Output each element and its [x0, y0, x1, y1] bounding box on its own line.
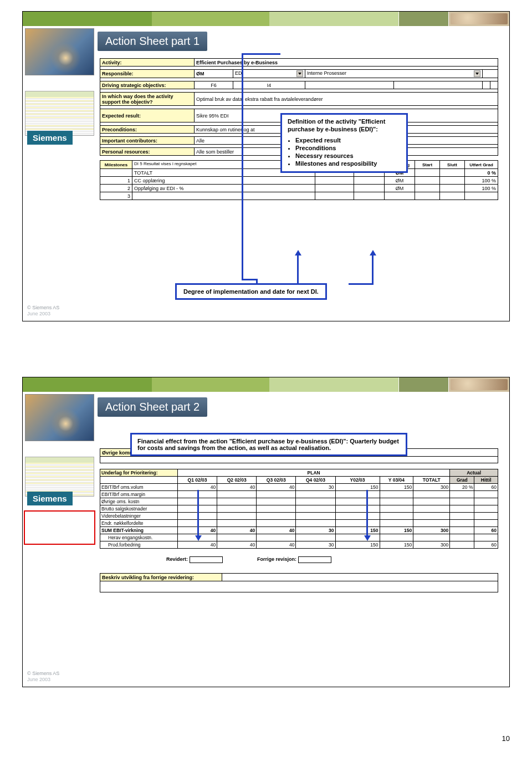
- slide-title: Action Sheet part 1: [98, 32, 207, 51]
- sidebar-thumb: [25, 28, 94, 75]
- brand-tag: Siemens: [27, 492, 73, 505]
- forrige-label: Forrige revisjon:: [257, 556, 296, 562]
- slide-2: Siemens Action Sheet part 2 Financial ef…: [22, 377, 510, 687]
- slide-1: Siemens Action Sheet part 1 Activity: Ef…: [22, 11, 510, 321]
- footer: © Siemens AS June 2003: [27, 305, 59, 318]
- table-row: EBIT/Brf oms.volum4040403015015030020 %6…: [100, 484, 498, 491]
- chevron-down-icon[interactable]: [296, 70, 303, 77]
- table-row: Prod.forbedring4040403015015030060: [100, 541, 498, 549]
- financial-table: Underlag for Prioritering: PLAN Actual Q…: [100, 469, 498, 549]
- responsible-label: Responsible:: [100, 70, 195, 78]
- plan-header: PLAN: [178, 469, 450, 477]
- red-highlight: [24, 510, 95, 545]
- page-number: 10: [502, 734, 510, 743]
- hdr-grad: Utført Grad: [465, 161, 498, 169]
- table-row: Brutto salgskostnader: [100, 505, 498, 513]
- slide-title: Action Sheet part 2: [98, 397, 207, 417]
- mini-form-preview: [25, 91, 94, 136]
- header-band: [23, 377, 509, 392]
- milestone-row: 1 CC opplæring ØM 100 %: [100, 177, 498, 185]
- dropdown-process[interactable]: Interne Prosesser: [305, 70, 483, 78]
- revidert-field[interactable]: [190, 556, 223, 563]
- table-row: Herav engangskostn.: [100, 534, 498, 541]
- support-label: In which way does the activity support t…: [100, 93, 195, 106]
- definition-callout: Definition of the activity "Efficient pu…: [280, 113, 408, 173]
- underlag-label: Underlag for Prioritering:: [100, 469, 178, 477]
- milestone-row: 3: [100, 192, 498, 200]
- beskriv-label: Beskriv utvikling fra forrige revidering…: [100, 574, 222, 581]
- table-row: SUM EBIT-virkning4040403015015030060: [100, 527, 498, 534]
- header-band: [23, 12, 509, 26]
- sidebar: Siemens: [25, 394, 94, 497]
- sidebar: Siemens: [25, 28, 94, 136]
- mini-form-preview: [25, 457, 94, 497]
- forrige-field[interactable]: [298, 556, 331, 563]
- form-content: Financial effect from the action "Effici…: [98, 431, 509, 604]
- callout-title: Definition of the activity "Efficient pu…: [288, 118, 401, 134]
- financial-callout: Financial effect from the action "Effici…: [130, 433, 407, 456]
- callout-item: Necessry resources: [295, 152, 401, 159]
- table-row: Endr. nøkkelfordelte: [100, 520, 498, 527]
- footer: © Siemens AS June 2003: [27, 671, 59, 683]
- dropdown-edi[interactable]: EDI: [233, 70, 305, 78]
- brand-tag: Siemens: [27, 131, 73, 145]
- resources-label: Personal resources:: [100, 148, 195, 156]
- milestone-row: 2 Oppfølging av EDI - % ØM 100 %: [100, 185, 498, 192]
- support-value[interactable]: Optimal bruk av data, ekstra rabatt fra …: [195, 93, 498, 106]
- callout-item: Milestones and resposibility: [295, 160, 401, 167]
- driving-label: Driving strategic objectivs:: [100, 81, 195, 89]
- hdr-start: Start: [415, 161, 440, 169]
- milestones-label: Milestones: [100, 161, 132, 169]
- beskriv-block: Beskriv utvikling fra forrige revidering…: [100, 573, 498, 592]
- implementation-callout: Degree of implementation and date for ne…: [175, 283, 327, 300]
- driving-v2[interactable]: I4: [233, 81, 305, 89]
- table-row: EBIT/Brf oms.margin: [100, 491, 498, 498]
- revidert-label: Revidert:: [166, 556, 188, 562]
- precond-label: Preconditions:: [100, 126, 195, 134]
- callout-item: Preconditions: [295, 145, 401, 151]
- callout-item: Expected result: [295, 137, 401, 144]
- activity-label: Activity:: [100, 59, 195, 67]
- contrib-label: Important contributors:: [100, 137, 195, 145]
- table-row: Viderebelastninger: [100, 513, 498, 520]
- actual-header: Actual: [450, 469, 498, 477]
- chevron-down-icon[interactable]: [474, 70, 480, 77]
- driving-v1[interactable]: F6: [195, 81, 233, 89]
- hdr-slutt: Slutt: [440, 161, 465, 169]
- table-row: Øvrige oms. kostn: [100, 498, 498, 505]
- sidebar-thumb: [25, 394, 94, 441]
- expected-label: Expected result:: [100, 109, 195, 122]
- responsible-value[interactable]: ØM: [195, 70, 233, 78]
- activity-value[interactable]: Efficient Purchases by e-Business: [195, 59, 498, 67]
